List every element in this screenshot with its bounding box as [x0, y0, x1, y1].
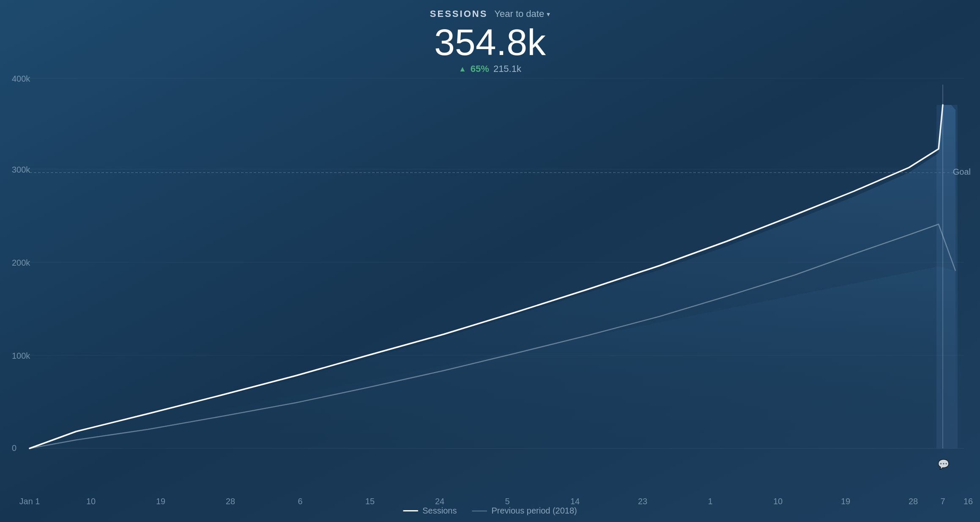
sessions-label-row: SESSIONS Year to date ▾	[430, 8, 550, 19]
chevron-down-icon: ▾	[547, 10, 550, 18]
x-label-23: 23	[638, 497, 647, 506]
x-label-28a: 28	[226, 497, 235, 506]
y-label-0: 0	[12, 443, 16, 453]
x-label-19a: 19	[156, 497, 165, 506]
header: SESSIONS Year to date ▾ 354.8k ▲ 65% 215…	[430, 8, 550, 74]
comparison-value: 215.1k	[493, 63, 521, 74]
chart-svg	[0, 0, 980, 522]
y-label-300k: 300k	[12, 165, 30, 175]
x-label-1: 1	[708, 497, 712, 506]
main-value: 354.8k	[434, 24, 546, 61]
chart-container: SESSIONS Year to date ▾ 354.8k ▲ 65% 215…	[0, 0, 980, 522]
date-filter-label: Year to date	[494, 8, 544, 19]
legend-previous-label: Previous period (2018)	[491, 506, 577, 516]
x-label-7: 7	[940, 497, 945, 506]
legend-sessions-line	[403, 510, 418, 511]
x-label-24: 24	[435, 497, 444, 506]
legend: Sessions Previous period (2018)	[403, 506, 577, 516]
x-label-14: 14	[570, 497, 580, 506]
percent-change: 65%	[471, 63, 489, 74]
x-label-jan1: Jan 1	[19, 497, 40, 506]
legend-sessions-label: Sessions	[422, 506, 457, 516]
svg-rect-10	[936, 105, 958, 448]
date-filter-button[interactable]: Year to date ▾	[494, 8, 550, 19]
sessions-label: SESSIONS	[430, 8, 487, 19]
legend-sessions: Sessions	[403, 506, 457, 516]
y-label-100k: 100k	[12, 351, 30, 361]
x-label-5: 5	[505, 497, 509, 506]
x-label-15: 15	[365, 497, 375, 506]
legend-previous: Previous period (2018)	[472, 506, 577, 516]
goal-label: Goal	[953, 167, 971, 177]
x-label-28b: 28	[909, 497, 918, 506]
comment-icon[interactable]: 💬	[938, 459, 949, 470]
x-label-16: 16	[964, 497, 973, 506]
legend-previous-line	[472, 511, 487, 511]
y-label-400k: 400k	[12, 74, 30, 84]
x-label-6: 6	[298, 497, 302, 506]
x-label-10a: 10	[86, 497, 96, 506]
trend-up-icon: ▲	[459, 65, 466, 74]
stats-row: ▲ 65% 215.1k	[459, 63, 521, 74]
y-label-200k: 200k	[12, 258, 30, 268]
x-label-10b: 10	[773, 497, 783, 506]
x-label-19b: 19	[841, 497, 850, 506]
